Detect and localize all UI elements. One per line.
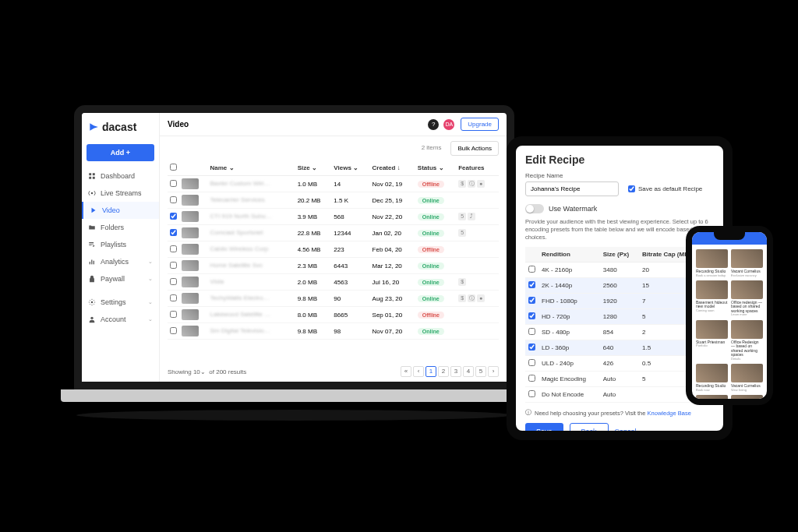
row-checkbox[interactable] [170,327,177,334]
table-row[interactable]: Lakewood Satellite Video8.0 MB8665Sep 01… [168,307,499,323]
row-checkbox[interactable] [170,229,177,236]
rendition-checkbox[interactable] [528,390,535,397]
select-all-checkbox[interactable] [170,164,177,171]
upgrade-button[interactable]: Upgrade [461,118,499,131]
col-name[interactable]: Name ⌄ [208,160,295,176]
feature-icon: ⓘ [468,180,475,188]
svg-rect-1 [93,173,95,175]
video-size: 9.8 MB [295,323,332,340]
save-default-checkbox[interactable]: Save as default Recipe [628,185,702,192]
row-checkbox[interactable] [170,245,177,252]
recipe-title: Edit Recipe [525,153,714,166]
rendition-checkbox[interactable] [528,266,535,273]
phone-card[interactable]: Office redesign — based on shared workin… [731,280,763,317]
status-badge: Online [418,213,444,220]
help-icon[interactable]: ? [428,119,439,130]
video-features: $ⓘ● [456,291,499,307]
video-name: TechyWatts Electronics Inc [210,294,273,301]
row-checkbox[interactable] [170,262,177,269]
video-size: 9.8 MB [295,291,332,307]
video-features: 5⤴ [456,209,499,225]
rendition-checkbox[interactable] [528,344,535,351]
sidebar-item-folders[interactable]: Folders [82,219,159,236]
col-status[interactable]: Status ⌄ [415,160,456,176]
phone-card[interactable]: Basement hideout new modelComing soon [696,280,728,317]
watermark-toggle[interactable] [525,204,544,213]
phone-card[interactable]: Recording StudioBook a session today [696,249,728,277]
table-row[interactable]: Telecarrier Services20.2 MB1.5 KDec 25, … [168,192,499,209]
back-button[interactable]: Back [570,423,609,440]
phone-card[interactable]: Recording StudioBook now [696,364,728,392]
rendition-checkbox[interactable] [528,359,535,366]
avatar[interactable]: DA [443,119,454,130]
page-prev[interactable]: ‹ [413,366,424,377]
row-checkbox[interactable] [170,311,177,318]
phone-card[interactable]: Office Redesign — based on shared workin… [696,395,728,405]
sidebar-item-analytics[interactable]: Analytics⌄ [82,253,159,270]
page-title: Video [168,120,189,129]
card-subtitle: Book now [696,389,728,392]
table-row[interactable]: Comcast Sportsnet22.8 MB12344Jan 02, 20O… [168,225,499,241]
row-checkbox[interactable] [170,278,177,285]
feature-icon: 5 [458,229,466,237]
row-checkbox[interactable] [170,180,177,187]
rendition-checkbox[interactable] [528,281,535,288]
phone-card[interactable]: Vacant CorneliusExclusive vacancy [731,249,763,277]
table-row[interactable]: CTI 919 North Suburban Access3.9 MB568No… [168,209,499,225]
phone-card[interactable]: Office Redesign — based on shared workin… [731,320,763,361]
page-first[interactable]: « [401,366,411,377]
video-size: 20.2 MB [295,192,332,209]
svg-rect-2 [89,177,91,179]
rendition-checkbox[interactable] [528,328,535,335]
page-number[interactable]: 3 [450,366,461,377]
feature-icon: ● [477,180,485,188]
rendition-checkbox[interactable] [528,297,535,304]
row-checkbox[interactable] [170,213,177,220]
table-row[interactable]: Baxter Custom Wiring Inc1.0 MB14Nov 02, … [168,176,499,192]
table-row[interactable]: TechyWatts Electronics Inc9.8 MB90Aug 23… [168,291,499,307]
rendition-checkbox[interactable] [528,312,535,319]
page-number[interactable]: 4 [463,366,474,377]
video-table: Name ⌄ Size ⌄ Views ⌄ Created ↓ Status ⌄… [168,160,499,340]
sidebar-item-dashboard[interactable]: Dashboard [82,167,159,185]
col-views[interactable]: Views ⌄ [331,160,369,176]
video-created: Mar 12, 20 [370,258,415,274]
col-created[interactable]: Created ↓ [370,160,415,176]
sidebar-item-live-streams[interactable]: Live Streams [82,185,159,202]
col-size[interactable]: Size ⌄ [295,160,332,176]
table-row[interactable]: Sm Digital Television Wks9.8 MB98Nov 07,… [168,323,499,340]
phone-card[interactable]: Stuart PriestmanPortfolio [696,320,728,361]
phone-card[interactable]: Recording StudioSessions [731,395,763,405]
page-number[interactable]: 1 [425,366,436,377]
table-row[interactable]: Vista2.0 MB4563Jul 16, 20Online$ [168,274,499,291]
sidebar: dacast Add + Dashboard Live Streams Vide… [82,113,160,382]
sidebar-item-account[interactable]: Account⌄ [82,311,159,328]
row-checkbox[interactable] [170,294,177,301]
status-badge: Online [418,197,444,204]
card-subtitle: Details [731,358,763,361]
knowledge-base-link[interactable]: Knowledge Base [648,410,691,417]
sidebar-item-settings[interactable]: Settings⌄ [82,294,159,311]
page-number[interactable]: 2 [438,366,449,377]
page-next[interactable]: › [488,366,499,377]
recipe-name-input[interactable] [525,181,619,196]
sidebar-item-paywall[interactable]: Paywall⌄ [82,270,159,287]
card-thumbnail [696,320,728,339]
rendition-checkbox[interactable] [528,375,535,382]
table-row[interactable]: Home Satellite Svc2.3 MB6443Mar 12, 20On… [168,258,499,274]
per-page-select[interactable]: 10 [193,368,200,375]
table-row[interactable]: Cablix Wireless Corp4.56 MB223Feb 04, 20… [168,241,499,258]
sidebar-item-video[interactable]: Video [82,202,159,219]
cancel-button[interactable]: Cancel [615,423,637,440]
video-size: 2.3 MB [295,258,332,274]
video-thumbnail [182,260,199,271]
phone-card[interactable]: Vacant CorneliusView listing [731,364,763,392]
svg-point-4 [91,192,94,195]
bulk-actions-button[interactable]: Bulk Actions [450,141,499,156]
save-button[interactable]: Save [525,423,563,440]
row-checkbox[interactable] [170,196,177,203]
page-number[interactable]: 5 [475,366,486,377]
sidebar-item-playlists[interactable]: Playlists [82,236,159,253]
add-button[interactable]: Add + [87,144,154,161]
status-badge: Offline [418,312,444,319]
